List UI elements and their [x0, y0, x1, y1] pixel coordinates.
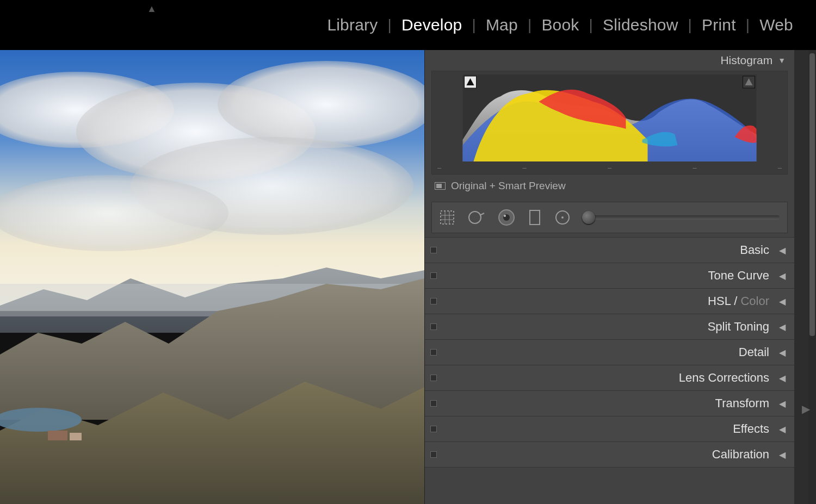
panel-label: Split Toning: [708, 320, 769, 334]
histogram-title: Histogram: [720, 54, 772, 67]
panel-label: Transform: [715, 396, 769, 410]
panel-hsl[interactable]: HSL / Color◀: [425, 288, 794, 314]
panel-expand-caret-icon: ◀: [779, 424, 786, 434]
scrollbar-thumb[interactable]: [809, 53, 815, 336]
top-nav: ▲ Library|Develop|Map|Book|Slideshow|Pri…: [0, 0, 816, 50]
panel-detail[interactable]: Detail◀: [425, 339, 794, 365]
panel-label: Effects: [733, 422, 769, 436]
nav-separator: |: [589, 16, 593, 34]
crop-tool-icon[interactable]: [437, 208, 457, 227]
histogram-tick: –: [437, 164, 441, 172]
module-slideshow[interactable]: Slideshow: [593, 16, 688, 34]
preview-badge-icon: [435, 182, 446, 190]
panel-toggle-switch[interactable]: [430, 323, 437, 330]
panel-calibration[interactable]: Calibration◀: [425, 441, 794, 468]
radial-filter-tool-icon[interactable]: [553, 208, 572, 227]
svg-rect-8: [48, 431, 67, 440]
module-web[interactable]: Web: [750, 16, 803, 34]
panel-expand-caret-icon: ◀: [779, 399, 786, 409]
panel-expand-caret-icon: ◀: [779, 347, 786, 358]
svg-point-24: [561, 216, 564, 219]
nav-separator: |: [472, 16, 475, 34]
svg-point-18: [469, 211, 481, 223]
image-preview[interactable]: [0, 50, 424, 504]
panel-effects[interactable]: Effects◀: [425, 416, 794, 442]
histogram-tick: –: [778, 164, 782, 172]
slider-knob-icon[interactable]: [582, 211, 595, 224]
histogram-tick: –: [608, 164, 611, 172]
right-gutter: ▶: [794, 50, 816, 504]
panel-lens-corrections[interactable]: Lens Corrections◀: [425, 365, 794, 391]
module-develop[interactable]: Develop: [392, 16, 472, 34]
panel-label: Calibration: [712, 447, 769, 462]
tool-strip: [431, 202, 788, 233]
panel-expand-caret-icon: ◀: [779, 271, 786, 281]
module-print[interactable]: Print: [692, 16, 746, 34]
panel-toggle-switch[interactable]: [430, 247, 437, 253]
histogram-zone-labels: –––––: [435, 161, 784, 172]
redeye-tool-icon[interactable]: [496, 207, 517, 228]
panel-toggle-switch[interactable]: [430, 272, 437, 279]
panel-label: HSL / Color: [708, 294, 769, 308]
panel-expand-caret-icon: ◀: [779, 322, 786, 332]
nav-separator: |: [688, 16, 692, 34]
svg-point-21: [504, 215, 506, 217]
nav-separator: |: [528, 16, 531, 34]
svg-rect-13: [441, 211, 454, 224]
module-picker: Library|Develop|Map|Book|Slideshow|Print…: [317, 16, 803, 34]
panel-label: Tone Curve: [708, 269, 769, 283]
panel-toggle-switch[interactable]: [430, 298, 437, 304]
svg-point-5: [0, 175, 228, 251]
module-book[interactable]: Book: [531, 16, 589, 34]
panel-toggle-switch[interactable]: [430, 426, 437, 432]
collapse-caret-icon: ▼: [778, 56, 786, 65]
panel-toggle-switch[interactable]: [430, 349, 437, 356]
preview-status-label: Original + Smart Preview: [451, 180, 566, 192]
panel-expand-caret-icon: ◀: [779, 450, 786, 460]
panel-label: Basic: [740, 243, 769, 257]
nav-separator: |: [746, 16, 750, 34]
histogram-tick: –: [693, 164, 696, 172]
histogram-tick: –: [522, 164, 526, 172]
panel-label: Lens Corrections: [679, 371, 769, 385]
brush-size-slider[interactable]: [582, 215, 780, 220]
panel-tone-curve[interactable]: Tone Curve◀: [425, 263, 794, 289]
panel-toggle-switch[interactable]: [430, 451, 437, 458]
svg-rect-22: [530, 210, 540, 225]
nav-separator: |: [387, 16, 391, 34]
panel-expand-caret-icon[interactable]: ▶: [802, 402, 810, 415]
panel-expand-caret-icon: ◀: [779, 373, 786, 383]
svg-rect-9: [70, 433, 82, 440]
panel-basic[interactable]: Basic◀: [425, 237, 794, 263]
module-map[interactable]: Map: [476, 16, 528, 34]
spot-removal-tool-icon[interactable]: [467, 208, 486, 227]
panel-toggle-switch[interactable]: [430, 400, 437, 407]
vertical-scrollbar[interactable]: [808, 50, 816, 504]
panel-collapse-caret-icon[interactable]: ▲: [147, 3, 157, 15]
graduated-filter-tool-icon[interactable]: [527, 208, 543, 227]
histogram-display[interactable]: –––––: [431, 71, 788, 175]
module-library[interactable]: Library: [317, 16, 387, 34]
panel-toggle-switch[interactable]: [430, 375, 437, 381]
right-panel-group: Histogram ▼: [424, 50, 794, 504]
preview-status: Original + Smart Preview: [425, 175, 794, 198]
panel-label: Detail: [739, 345, 769, 359]
panel-split-toning[interactable]: Split Toning◀: [425, 314, 794, 340]
panel-expand-caret-icon: ◀: [779, 296, 786, 307]
panel-expand-caret-icon: ◀: [779, 245, 786, 256]
panel-transform[interactable]: Transform◀: [425, 390, 794, 416]
histogram-panel-header[interactable]: Histogram ▼: [425, 50, 794, 71]
